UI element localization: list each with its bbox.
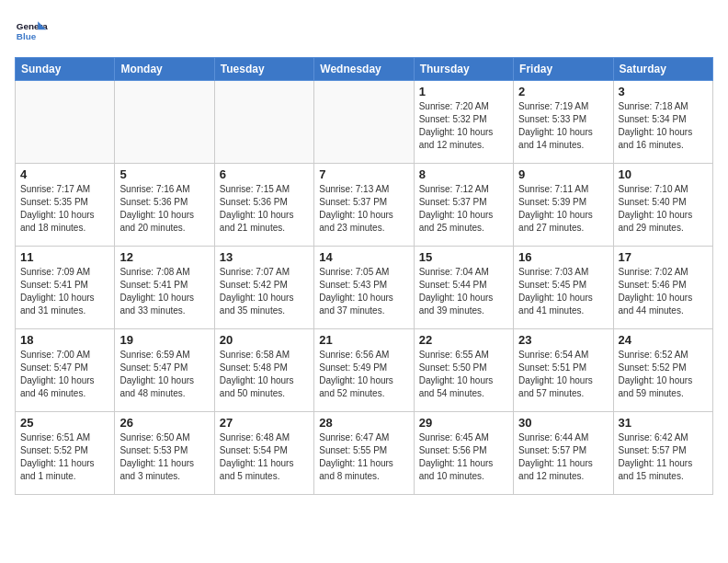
calendar-table: SundayMondayTuesdayWednesdayThursdayFrid… bbox=[15, 57, 713, 495]
day-number: 21 bbox=[319, 333, 408, 347]
day-number: 9 bbox=[518, 167, 608, 181]
day-number: 25 bbox=[20, 416, 109, 430]
day-number: 27 bbox=[220, 416, 309, 430]
calendar-cell: 16Sunrise: 7:03 AM Sunset: 5:45 PM Dayli… bbox=[514, 247, 613, 329]
col-header-monday: Monday bbox=[115, 58, 214, 81]
day-info: Sunrise: 7:09 AM Sunset: 5:41 PM Dayligh… bbox=[20, 266, 109, 317]
col-header-thursday: Thursday bbox=[414, 58, 513, 81]
day-info: Sunrise: 6:42 AM Sunset: 5:57 PM Dayligh… bbox=[619, 431, 708, 483]
calendar-cell: 24Sunrise: 6:52 AM Sunset: 5:52 PM Dayli… bbox=[613, 329, 712, 412]
calendar-cell: 2Sunrise: 7:19 AM Sunset: 5:33 PM Daylig… bbox=[514, 81, 613, 164]
day-number: 20 bbox=[220, 333, 309, 347]
day-info: Sunrise: 6:55 AM Sunset: 5:50 PM Dayligh… bbox=[419, 349, 508, 400]
calendar-cell: 1Sunrise: 7:20 AM Sunset: 5:32 PM Daylig… bbox=[414, 81, 513, 164]
day-info: Sunrise: 7:03 AM Sunset: 5:45 PM Dayligh… bbox=[518, 266, 608, 317]
day-info: Sunrise: 7:08 AM Sunset: 5:41 PM Dayligh… bbox=[119, 266, 209, 317]
day-number: 7 bbox=[319, 167, 408, 181]
day-number: 16 bbox=[518, 250, 608, 264]
day-info: Sunrise: 7:07 AM Sunset: 5:42 PM Dayligh… bbox=[220, 266, 309, 317]
logo-icon: General Blue bbox=[15, 15, 48, 48]
day-number: 30 bbox=[518, 416, 608, 430]
calendar-cell: 8Sunrise: 7:12 AM Sunset: 5:37 PM Daylig… bbox=[414, 164, 513, 247]
calendar-cell: 3Sunrise: 7:18 AM Sunset: 5:34 PM Daylig… bbox=[613, 81, 712, 164]
day-number: 4 bbox=[20, 167, 109, 181]
day-number: 2 bbox=[518, 85, 608, 98]
day-number: 24 bbox=[619, 333, 708, 347]
calendar-cell: 29Sunrise: 6:45 AM Sunset: 5:56 PM Dayli… bbox=[414, 412, 513, 495]
calendar-cell: 30Sunrise: 6:44 AM Sunset: 5:57 PM Dayli… bbox=[514, 412, 613, 495]
day-number: 12 bbox=[119, 250, 209, 264]
day-number: 19 bbox=[119, 333, 209, 347]
day-number: 22 bbox=[419, 333, 508, 347]
calendar-cell: 10Sunrise: 7:10 AM Sunset: 5:40 PM Dayli… bbox=[613, 164, 712, 247]
day-number: 15 bbox=[419, 250, 508, 264]
calendar-cell: 23Sunrise: 6:54 AM Sunset: 5:51 PM Dayli… bbox=[514, 329, 613, 412]
calendar-cell: 18Sunrise: 7:00 AM Sunset: 5:47 PM Dayli… bbox=[16, 329, 115, 412]
day-info: Sunrise: 6:54 AM Sunset: 5:51 PM Dayligh… bbox=[518, 349, 608, 400]
calendar-cell: 7Sunrise: 7:13 AM Sunset: 5:37 PM Daylig… bbox=[314, 164, 414, 247]
day-info: Sunrise: 6:47 AM Sunset: 5:55 PM Dayligh… bbox=[319, 431, 408, 483]
logo: General Blue bbox=[15, 15, 51, 48]
day-number: 13 bbox=[220, 250, 309, 264]
week-row-3: 11Sunrise: 7:09 AM Sunset: 5:41 PM Dayli… bbox=[16, 247, 713, 329]
day-number: 1 bbox=[419, 85, 508, 98]
day-info: Sunrise: 7:17 AM Sunset: 5:35 PM Dayligh… bbox=[20, 183, 109, 235]
calendar-cell bbox=[115, 81, 214, 164]
day-number: 10 bbox=[619, 167, 708, 181]
calendar-cell: 27Sunrise: 6:48 AM Sunset: 5:54 PM Dayli… bbox=[214, 412, 313, 495]
calendar-cell bbox=[16, 81, 115, 164]
day-info: Sunrise: 7:15 AM Sunset: 5:36 PM Dayligh… bbox=[220, 183, 309, 235]
week-row-4: 18Sunrise: 7:00 AM Sunset: 5:47 PM Dayli… bbox=[16, 329, 713, 412]
day-info: Sunrise: 7:05 AM Sunset: 5:43 PM Dayligh… bbox=[319, 266, 408, 317]
day-info: Sunrise: 6:52 AM Sunset: 5:52 PM Dayligh… bbox=[619, 349, 708, 400]
day-number: 8 bbox=[419, 167, 508, 181]
calendar-cell: 28Sunrise: 6:47 AM Sunset: 5:55 PM Dayli… bbox=[314, 412, 414, 495]
day-info: Sunrise: 6:48 AM Sunset: 5:54 PM Dayligh… bbox=[220, 431, 309, 483]
day-number: 31 bbox=[619, 416, 708, 430]
week-row-5: 25Sunrise: 6:51 AM Sunset: 5:52 PM Dayli… bbox=[16, 412, 713, 495]
day-info: Sunrise: 7:02 AM Sunset: 5:46 PM Dayligh… bbox=[619, 266, 708, 317]
calendar-cell: 6Sunrise: 7:15 AM Sunset: 5:36 PM Daylig… bbox=[214, 164, 313, 247]
col-header-wednesday: Wednesday bbox=[314, 58, 414, 81]
week-row-2: 4Sunrise: 7:17 AM Sunset: 5:35 PM Daylig… bbox=[16, 164, 713, 247]
day-info: Sunrise: 7:11 AM Sunset: 5:39 PM Dayligh… bbox=[518, 183, 608, 235]
calendar-cell: 19Sunrise: 6:59 AM Sunset: 5:47 PM Dayli… bbox=[115, 329, 214, 412]
calendar-cell: 5Sunrise: 7:16 AM Sunset: 5:36 PM Daylig… bbox=[115, 164, 214, 247]
calendar-cell: 13Sunrise: 7:07 AM Sunset: 5:42 PM Dayli… bbox=[214, 247, 313, 329]
day-number: 28 bbox=[319, 416, 408, 430]
day-info: Sunrise: 7:12 AM Sunset: 5:37 PM Dayligh… bbox=[419, 183, 508, 235]
svg-text:Blue: Blue bbox=[17, 31, 37, 41]
calendar-cell: 11Sunrise: 7:09 AM Sunset: 5:41 PM Dayli… bbox=[16, 247, 115, 329]
calendar-cell bbox=[214, 81, 313, 164]
calendar-cell: 21Sunrise: 6:56 AM Sunset: 5:49 PM Dayli… bbox=[314, 329, 414, 412]
day-number: 11 bbox=[20, 250, 109, 264]
day-info: Sunrise: 6:44 AM Sunset: 5:57 PM Dayligh… bbox=[518, 431, 608, 483]
day-number: 26 bbox=[119, 416, 209, 430]
day-info: Sunrise: 7:04 AM Sunset: 5:44 PM Dayligh… bbox=[419, 266, 508, 317]
calendar-cell: 12Sunrise: 7:08 AM Sunset: 5:41 PM Dayli… bbox=[115, 247, 214, 329]
calendar-cell: 4Sunrise: 7:17 AM Sunset: 5:35 PM Daylig… bbox=[16, 164, 115, 247]
week-row-1: 1Sunrise: 7:20 AM Sunset: 5:32 PM Daylig… bbox=[16, 81, 713, 164]
col-header-sunday: Sunday bbox=[16, 58, 115, 81]
calendar-cell: 20Sunrise: 6:58 AM Sunset: 5:48 PM Dayli… bbox=[214, 329, 313, 412]
day-info: Sunrise: 6:51 AM Sunset: 5:52 PM Dayligh… bbox=[20, 431, 109, 483]
calendar-cell: 15Sunrise: 7:04 AM Sunset: 5:44 PM Dayli… bbox=[414, 247, 513, 329]
calendar-cell bbox=[314, 81, 414, 164]
day-info: Sunrise: 7:10 AM Sunset: 5:40 PM Dayligh… bbox=[619, 183, 708, 235]
day-number: 6 bbox=[220, 167, 309, 181]
day-number: 17 bbox=[619, 250, 708, 264]
calendar-cell: 22Sunrise: 6:55 AM Sunset: 5:50 PM Dayli… bbox=[414, 329, 513, 412]
day-info: Sunrise: 6:45 AM Sunset: 5:56 PM Dayligh… bbox=[419, 431, 508, 483]
day-info: Sunrise: 6:59 AM Sunset: 5:47 PM Dayligh… bbox=[119, 349, 209, 400]
day-info: Sunrise: 7:20 AM Sunset: 5:32 PM Dayligh… bbox=[419, 100, 508, 152]
day-number: 18 bbox=[20, 333, 109, 347]
page-header: General Blue bbox=[15, 15, 713, 48]
col-header-friday: Friday bbox=[514, 58, 613, 81]
day-info: Sunrise: 6:56 AM Sunset: 5:49 PM Dayligh… bbox=[319, 349, 408, 400]
day-number: 5 bbox=[119, 167, 209, 181]
day-info: Sunrise: 7:00 AM Sunset: 5:47 PM Dayligh… bbox=[20, 349, 109, 400]
calendar-cell: 17Sunrise: 7:02 AM Sunset: 5:46 PM Dayli… bbox=[613, 247, 712, 329]
calendar-cell: 14Sunrise: 7:05 AM Sunset: 5:43 PM Dayli… bbox=[314, 247, 414, 329]
calendar-cell: 31Sunrise: 6:42 AM Sunset: 5:57 PM Dayli… bbox=[613, 412, 712, 495]
day-info: Sunrise: 6:50 AM Sunset: 5:53 PM Dayligh… bbox=[119, 431, 209, 483]
